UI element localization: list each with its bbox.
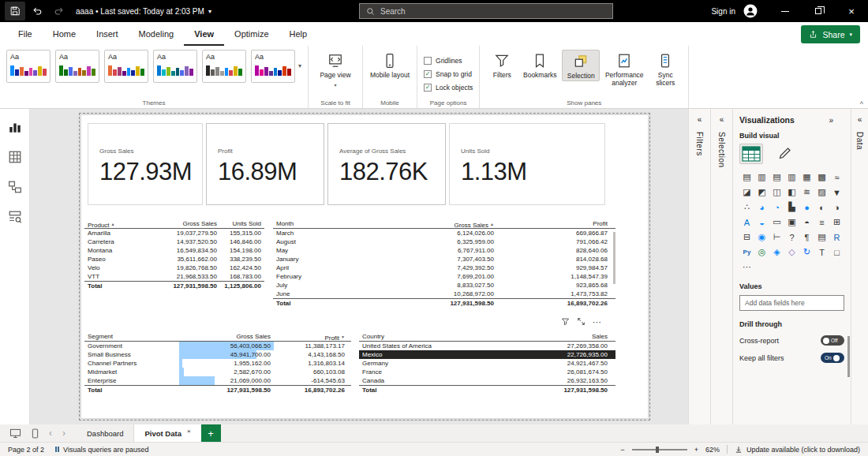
- table-row[interactable]: Enterprise21,069,000.00-614,545.63: [84, 376, 351, 385]
- table-view-icon[interactable]: [6, 148, 24, 166]
- segment-table-visual[interactable]: SegmentGross SalesProfit▼Government56,40…: [84, 332, 351, 394]
- table-row[interactable]: Velo19,826,768.50162,424.50: [84, 264, 264, 272]
- clustered-column-chart-icon[interactable]: ▥: [784, 170, 799, 185]
- table-row[interactable]: Carretera14,937,520.50146,846.00: [84, 237, 264, 246]
- shape-map-icon[interactable]: ◑: [829, 200, 844, 215]
- table-row[interactable]: Amarilla19,037,279.50155,315.00: [84, 229, 264, 237]
- card-icon[interactable]: ▭: [769, 215, 784, 230]
- column-header[interactable]: Country: [359, 332, 517, 341]
- gauge-icon[interactable]: ◒: [754, 215, 769, 230]
- keep-all-filters-toggle[interactable]: On: [821, 353, 844, 363]
- checkbox-gridlines[interactable]: Gridlines: [424, 57, 473, 65]
- column-header[interactable]: Units Sold: [220, 219, 264, 228]
- card-units-sold[interactable]: Units Sold1.13M: [449, 123, 605, 205]
- pie-chart-icon[interactable]: ◕: [754, 200, 769, 215]
- metrics-icon[interactable]: ◎: [754, 245, 769, 260]
- data-pane-title[interactable]: Data: [855, 132, 864, 150]
- r-script-visual-icon[interactable]: R: [829, 230, 844, 245]
- table-row[interactable]: Mexico22,726,935.00: [359, 350, 615, 359]
- restore-button[interactable]: [802, 0, 835, 22]
- map-icon[interactable]: ●: [799, 200, 814, 215]
- mobile-layout-button[interactable]: Mobile layout: [369, 50, 410, 80]
- treemap-icon[interactable]: ▙: [784, 200, 799, 215]
- stacked-area-chart-icon[interactable]: ◩: [754, 185, 769, 200]
- update-available-link[interactable]: Update available (click to download): [735, 446, 860, 454]
- cross-report-toggle[interactable]: Off: [821, 335, 844, 346]
- clustered-bar-chart-icon[interactable]: ▤: [769, 170, 784, 185]
- table-row[interactable]: March6,124,026.00669,866.87: [273, 229, 615, 237]
- collapse-pane-icon[interactable]: »: [829, 116, 833, 125]
- table-row[interactable]: Germany24,921,467.50: [359, 359, 615, 368]
- table-row[interactable]: August6,325,959.00791,066.42: [273, 237, 615, 246]
- decomposition-tree-icon[interactable]: ⊢: [769, 230, 784, 245]
- selected-table-visual-icon[interactable]: [739, 144, 763, 164]
- expand-pane-icon[interactable]: «: [720, 115, 724, 124]
- mobile-view-icon[interactable]: [32, 428, 39, 439]
- paginated-report-icon[interactable]: ▤: [814, 230, 829, 245]
- table-row[interactable]: January7,307,403.50814,028.68: [273, 255, 615, 264]
- line-chart-icon[interactable]: ≈: [829, 170, 844, 185]
- save-icon[interactable]: [5, 2, 25, 21]
- table-row[interactable]: Paseo35,611,662.00338,239.50: [84, 255, 264, 264]
- redo-icon[interactable]: [49, 2, 69, 21]
- filters-pane-title[interactable]: Filters: [695, 132, 704, 156]
- python-visual-icon[interactable]: Py: [739, 245, 754, 260]
- report-view-icon[interactable]: [6, 118, 24, 136]
- bookmarks-pane-button[interactable]: Bookmarks: [519, 50, 560, 80]
- pane-scrollbar[interactable]: [847, 336, 850, 377]
- expand-pane-icon[interactable]: «: [698, 115, 702, 124]
- add-data-fields-well[interactable]: Add data fields here: [739, 295, 844, 311]
- buttons-icon[interactable]: □: [829, 245, 844, 260]
- account-avatar[interactable]: [743, 4, 758, 18]
- column-header[interactable]: Sales: [517, 332, 611, 341]
- scatter-chart-icon[interactable]: ∴: [739, 200, 754, 215]
- checkbox-box[interactable]: ✓: [424, 84, 432, 92]
- kpi-icon[interactable]: ◓: [799, 215, 814, 230]
- dax-query-view-icon[interactable]: [6, 208, 24, 226]
- table-row[interactable]: Government56,403,066.5011,388,173.17: [84, 342, 351, 350]
- table-row[interactable]: United States of America27,269,358.00: [359, 342, 615, 350]
- product-table-visual[interactable]: Product▲Gross SalesUnits SoldAmarilla19,…: [84, 219, 264, 290]
- new-page-button[interactable]: +: [201, 424, 221, 442]
- card-profit[interactable]: Profit16.89M: [206, 123, 324, 205]
- menu-item-optimize[interactable]: Optimize: [224, 22, 279, 46]
- multi-row-card-icon[interactable]: ▣: [784, 215, 799, 230]
- filled-map-icon[interactable]: ◐: [814, 200, 829, 215]
- document-title[interactable]: aaaa • Last saved: Today at 2:03 PM ▾: [76, 7, 211, 16]
- ribbon-chart-icon[interactable]: ≋: [799, 185, 814, 200]
- waterfall-chart-icon[interactable]: ▨: [814, 185, 829, 200]
- report-canvas[interactable]: Gross Sales127.93MProfit16.89MAverage of…: [30, 109, 688, 424]
- table-row[interactable]: Montana16,549,834.50154,198.00: [84, 246, 264, 255]
- table-row[interactable]: June10,268,972.001,473,753.82: [273, 290, 615, 298]
- power-automate-icon[interactable]: ↻: [799, 245, 814, 260]
- sync-slicers-button[interactable]: Sync slicers: [649, 50, 682, 87]
- menu-item-file[interactable]: File: [8, 22, 43, 46]
- table-row[interactable]: Small Business45,941,700.004,143,168.50: [84, 350, 351, 359]
- page-view-button[interactable]: Page view ▾: [315, 50, 356, 89]
- zoom-slider[interactable]: [632, 449, 687, 450]
- checkbox-box[interactable]: ✓: [424, 70, 432, 78]
- key-influencers-icon[interactable]: ◉: [754, 230, 769, 245]
- collapse-ribbon-icon[interactable]: ^: [860, 100, 863, 108]
- smart-narrative-icon[interactable]: ¶: [799, 230, 814, 245]
- model-view-icon[interactable]: [6, 178, 24, 196]
- performance-analyzer-button[interactable]: Performance analyzer: [601, 50, 647, 87]
- menu-item-modeling[interactable]: Modeling: [129, 22, 185, 46]
- funnel-chart-icon[interactable]: ▼: [829, 185, 844, 200]
- slicer-icon[interactable]: ≡: [814, 215, 829, 230]
- column-header[interactable]: Gross Sales: [179, 332, 274, 341]
- visual-filter-icon[interactable]: [561, 317, 570, 326]
- expand-pane-icon[interactable]: «: [858, 115, 862, 124]
- themes-dropdown-icon[interactable]: ▾: [298, 62, 301, 69]
- checkbox-box[interactable]: [424, 57, 432, 65]
- filters-pane-button[interactable]: Filters: [486, 50, 518, 80]
- table-row[interactable]: April7,429,392.50929,984.57: [273, 264, 615, 272]
- column-header[interactable]: Profit▼: [274, 332, 348, 341]
- text-box-icon[interactable]: T: [814, 245, 829, 260]
- theme-card-1[interactable]: Aa: [6, 50, 51, 83]
- 100-stacked-column-chart-icon[interactable]: ▩: [814, 170, 829, 185]
- focus-mode-icon[interactable]: [577, 317, 586, 326]
- format-pencil-icon[interactable]: [773, 144, 796, 164]
- matrix-icon[interactable]: ⊟: [739, 230, 754, 245]
- tab-close-icon[interactable]: ×: [187, 428, 191, 435]
